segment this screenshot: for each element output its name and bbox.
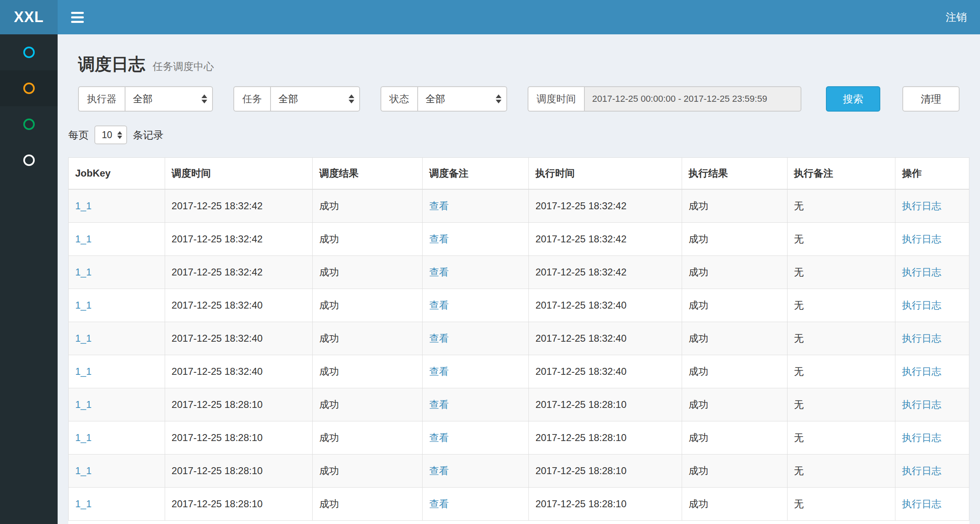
trigger-msg-link[interactable]: 查看 — [429, 300, 449, 311]
circle-icon — [23, 47, 35, 58]
job-key-link[interactable]: 1_1 — [75, 399, 92, 410]
trigger-result: 成功 — [313, 455, 423, 488]
trigger-msg-link[interactable]: 查看 — [429, 498, 449, 509]
handle-result: 成功 — [682, 189, 787, 223]
trigger-msg-link[interactable]: 查看 — [429, 200, 449, 211]
trigger-time-filter-label: 调度时间 — [528, 86, 584, 112]
page-size-select[interactable]: 10 — [94, 125, 127, 144]
execute-log-link[interactable]: 执行日志 — [902, 333, 941, 344]
page-title: 调度日志 — [78, 55, 145, 74]
trigger-msg-link[interactable]: 查看 — [429, 333, 449, 344]
handle-msg: 无 — [787, 388, 895, 421]
execute-log-link[interactable]: 执行日志 — [902, 465, 941, 476]
job-key-link[interactable]: 1_1 — [75, 366, 92, 377]
logout-link[interactable]: 注销 — [933, 0, 980, 34]
trigger-msg-link[interactable]: 查看 — [429, 432, 449, 443]
app-logo[interactable]: XXL — [0, 0, 58, 34]
trigger-time: 2017-12-25 18:32:40 — [165, 289, 312, 322]
trigger-time: 2017-12-25 18:32:40 — [165, 355, 312, 388]
job-key-link[interactable]: 1_1 — [75, 498, 92, 509]
handle-time: 2017-12-25 18:32:40 — [529, 322, 682, 355]
column-header[interactable]: JobKey — [69, 158, 165, 190]
sidebar-toggle-button[interactable] — [58, 0, 97, 34]
trigger-result: 成功 — [313, 256, 423, 289]
job-key-link[interactable]: 1_1 — [75, 333, 92, 344]
handle-result: 成功 — [682, 256, 787, 289]
trigger-time-filter-group: 调度时间 2017-12-25 00:00:00 - 2017-12-25 23… — [528, 86, 801, 112]
execute-log-link[interactable]: 执行日志 — [902, 366, 941, 377]
circle-icon — [23, 119, 35, 130]
table-row: 1_12017-12-25 18:32:42成功查看2017-12-25 18:… — [69, 256, 969, 289]
job-key-link[interactable]: 1_1 — [75, 300, 92, 311]
status-select[interactable]: 全部 — [417, 86, 507, 112]
job-filter-label: 任务 — [233, 86, 270, 112]
execute-log-link[interactable]: 执行日志 — [902, 432, 941, 443]
trigger-msg-link[interactable]: 查看 — [429, 366, 449, 377]
column-header[interactable]: 调度备注 — [423, 158, 529, 190]
sidebar-menu — [0, 34, 58, 524]
handle-time: 2017-12-25 18:32:40 — [529, 355, 682, 388]
handle-time: 2017-12-25 18:32:40 — [529, 289, 682, 322]
log-table-body: 1_12017-12-25 18:32:42成功查看2017-12-25 18:… — [69, 189, 969, 521]
table-row: 1_12017-12-25 18:28:10成功查看2017-12-25 18:… — [69, 421, 969, 455]
page-subtitle: 任务调度中心 — [152, 60, 214, 72]
execute-log-link[interactable]: 执行日志 — [902, 300, 941, 311]
execute-log-link[interactable]: 执行日志 — [902, 498, 941, 509]
job-key-link[interactable]: 1_1 — [75, 465, 92, 476]
job-key-link[interactable]: 1_1 — [75, 266, 92, 278]
table-row: 1_12017-12-25 18:32:40成功查看2017-12-25 18:… — [69, 289, 969, 322]
status-select-value: 全部 — [425, 92, 445, 105]
search-button[interactable]: 搜索 — [826, 86, 880, 112]
trigger-result: 成功 — [313, 421, 423, 455]
trigger-result: 成功 — [313, 388, 423, 421]
job-key-link[interactable]: 1_1 — [75, 200, 92, 211]
handle-time: 2017-12-25 18:28:10 — [529, 421, 682, 455]
log-table-box: JobKey调度时间调度结果调度备注执行时间执行结果执行备注操作 1_12017… — [68, 157, 969, 524]
clear-button[interactable]: 清理 — [902, 86, 960, 112]
execute-log-link[interactable]: 执行日志 — [902, 399, 941, 410]
trigger-msg-link[interactable]: 查看 — [429, 399, 449, 410]
page-size-prefix-label: 每页 — [68, 128, 89, 142]
select-arrows-icon — [117, 131, 122, 139]
handle-msg: 无 — [787, 355, 895, 388]
trigger-time: 2017-12-25 18:32:42 — [165, 223, 312, 256]
column-header[interactable]: 调度时间 — [165, 158, 312, 190]
handle-msg: 无 — [787, 289, 895, 322]
executor-select[interactable]: 全部 — [125, 86, 213, 112]
column-header[interactable]: 执行时间 — [529, 158, 682, 190]
handle-msg: 无 — [787, 189, 895, 223]
filter-toolbar: 执行器 全部 任务 全部 状态 全部 调度时间 2017-12-25 00:00… — [78, 86, 966, 112]
table-row: 1_12017-12-25 18:32:40成功查看2017-12-25 18:… — [69, 322, 969, 355]
column-header[interactable]: 调度结果 — [313, 158, 423, 190]
trigger-time: 2017-12-25 18:28:10 — [165, 488, 312, 521]
sidebar-item-2[interactable] — [0, 70, 58, 106]
sidebar-item-4[interactable] — [0, 142, 58, 178]
trigger-msg-link[interactable]: 查看 — [429, 266, 449, 278]
handle-result: 成功 — [682, 355, 787, 388]
top-navbar: XXL 注销 — [0, 0, 980, 34]
handle-result: 成功 — [682, 289, 787, 322]
column-header[interactable]: 执行结果 — [682, 158, 787, 190]
trigger-result: 成功 — [313, 355, 423, 388]
select-arrows-icon — [201, 94, 207, 103]
trigger-msg-link[interactable]: 查看 — [429, 233, 449, 244]
sidebar-item-3[interactable] — [0, 106, 58, 142]
execute-log-link[interactable]: 执行日志 — [902, 266, 941, 278]
job-key-link[interactable]: 1_1 — [75, 432, 92, 443]
handle-time: 2017-12-25 18:32:42 — [529, 256, 682, 289]
select-arrows-icon — [349, 94, 354, 103]
sidebar-item-1[interactable] — [0, 34, 58, 70]
execute-log-link[interactable]: 执行日志 — [902, 233, 941, 244]
execute-log-link[interactable]: 执行日志 — [902, 200, 941, 211]
column-header[interactable]: 执行备注 — [787, 158, 895, 190]
executor-select-value: 全部 — [133, 92, 152, 105]
trigger-time-range-input[interactable]: 2017-12-25 00:00:00 - 2017-12-25 23:59:5… — [584, 86, 801, 112]
job-key-link[interactable]: 1_1 — [75, 233, 92, 244]
page-size-suffix-label: 条记录 — [133, 128, 163, 142]
handle-result: 成功 — [682, 488, 787, 521]
column-header[interactable]: 操作 — [895, 158, 969, 190]
trigger-msg-link[interactable]: 查看 — [429, 465, 449, 476]
job-select[interactable]: 全部 — [270, 86, 360, 112]
table-footer: 第 1 页 ( 总共 1 页， 10 条记录 ) 上页 1 下页 — [68, 521, 969, 524]
trigger-time: 2017-12-25 18:32:42 — [165, 256, 312, 289]
